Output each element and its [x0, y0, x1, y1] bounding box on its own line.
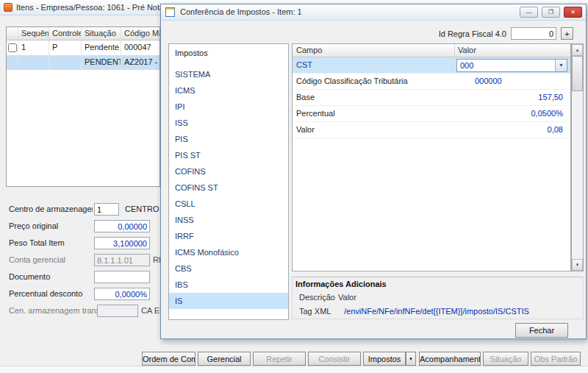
label-centro-armazenagem: Centro de armazenagem: [9, 203, 93, 216]
impostos-list: Impostos SISTEMA ICMS IPI ISS PIS PIS ST…: [168, 43, 289, 320]
label-conta-gerencial: Conta gerencial: [9, 254, 93, 266]
table-row-classificacao[interactable]: Código Classificação Tributária 000000: [293, 74, 570, 90]
informacoes-adicionais-group: Informações Adicionais Descrição Valor T…: [292, 277, 584, 319]
cell-sequencia: 1: [18, 40, 49, 55]
dialog-titlebar[interactable]: Conferência de Impostos - Item: 1 — ❐ ✕: [161, 4, 586, 21]
scrollbar-thumb[interactable]: [572, 56, 583, 91]
impostos-dropdown-icon[interactable]: ▼: [406, 352, 416, 366]
chevron-down-icon[interactable]: ▼: [555, 60, 567, 71]
gerencial-button[interactable]: Gerencial: [198, 352, 251, 366]
centro-armazenagem-field[interactable]: [94, 203, 119, 216]
minimize-icon[interactable]: —: [520, 7, 538, 18]
conferencia-impostos-dialog: Conferência de Impostos - Item: 1 — ❐ ✕ …: [160, 4, 587, 339]
table-row-valor[interactable]: Valor 0,08: [293, 122, 570, 138]
app-icon: [4, 3, 12, 12]
table-row[interactable]: 1 P Pendente 000047: [7, 40, 159, 55]
dialog-icon: [165, 7, 175, 17]
cell-situacao: PENDENTE: [82, 55, 121, 70]
list-item-cbs[interactable]: CBS: [169, 260, 288, 277]
tag-xml-label: Tag XML: [299, 307, 331, 316]
cst-dropdown[interactable]: 000 ▼: [456, 59, 567, 72]
label-percentual-desconto: Percentual desconto: [9, 288, 93, 300]
cell-situacao: Pendente: [82, 40, 121, 55]
grid-column-controle[interactable]: Controle: [49, 27, 82, 40]
peso-total-item-field[interactable]: [94, 237, 150, 249]
cell-codigo: 000047: [121, 40, 159, 55]
list-item-csll[interactable]: CSLL: [169, 196, 288, 212]
tag-xml-value: /enviNFe/NFe/infNFe/det[{ITEM}]/imposto/…: [344, 307, 529, 316]
conta-gerencial-desc: REC: [153, 254, 160, 266]
grid-column-sequencia[interactable]: Sequência: [18, 27, 49, 40]
scroll-down-icon[interactable]: ▼: [572, 259, 583, 271]
cell-controle: P: [49, 40, 82, 55]
table-scrollbar[interactable]: ▲ ▼: [571, 43, 584, 271]
cen-armazenagem-transf-desc: CA EMBRAN: [141, 305, 160, 317]
obs-padrao-button: Obs Padrão: [531, 352, 581, 366]
descricao-label: Descrição: [299, 293, 335, 302]
group-title: Informações Adicionais: [295, 280, 387, 288]
list-item-pis-st[interactable]: PIS ST: [169, 147, 288, 163]
descricao-value: Valor: [338, 293, 356, 302]
maximize-icon[interactable]: ❐: [542, 7, 560, 18]
table-row-selected[interactable]: PENDENTE AZ2017 - MATE: [7, 55, 159, 70]
add-regra-button[interactable]: +: [561, 27, 573, 40]
cell-sequencia: [18, 55, 49, 70]
grid-select-column-header[interactable]: [7, 27, 18, 40]
cell-controle: [49, 55, 82, 70]
id-regra-fiscal-field[interactable]: [511, 27, 556, 40]
list-item-is-selected[interactable]: IS: [169, 293, 288, 309]
preco-original-field[interactable]: [94, 220, 150, 232]
label-cen-armazenagem-transf: Cen. armazenagem transf: [9, 305, 97, 317]
label-preco-original: Preço original: [9, 220, 93, 232]
list-item-sistema[interactable]: SISTEMA: [169, 66, 288, 82]
grid-column-situacao[interactable]: Situação: [82, 27, 121, 40]
list-item-icms-monofasico[interactable]: ICMS Monofásico: [169, 244, 288, 260]
documento-field[interactable]: [94, 271, 150, 283]
table-row-percentual[interactable]: Percentual 0,0500%: [293, 106, 570, 122]
column-campo: Campo: [293, 44, 455, 57]
dialog-title: Conferência de Impostos - Item: 1: [180, 4, 302, 20]
list-item-iss[interactable]: ISS: [169, 115, 288, 131]
repetir-button: Repetir: [253, 352, 306, 366]
items-grid: Sequência Controle Situação Código Mater…: [6, 26, 160, 187]
table-row-cst[interactable]: CST 000 ▼: [293, 57, 570, 74]
fechar-button[interactable]: Fechar: [515, 323, 568, 338]
list-item-irrf[interactable]: IRRF: [169, 228, 288, 244]
list-item-cofins-st[interactable]: COFINS ST: [169, 180, 288, 196]
conta-gerencial-field: [94, 254, 150, 266]
desktop-screen: Itens - Empresa/Pessoa: 1061 - Pré Nota:…: [0, 0, 588, 373]
list-item-icms[interactable]: ICMS: [169, 82, 288, 99]
cell-codigo: AZ2017 - MATE: [121, 55, 159, 70]
percentual-desconto-field[interactable]: [94, 288, 150, 300]
campos-table: Campo Valor CST 000 ▼ Código Classificaç…: [292, 43, 571, 271]
scroll-up-icon[interactable]: ▲: [572, 44, 583, 56]
row-select-checkbox[interactable]: [8, 43, 17, 52]
list-item-inss[interactable]: INSS: [169, 212, 288, 228]
list-item-pis[interactable]: PIS: [169, 131, 288, 147]
impostos-button[interactable]: Impostos: [363, 352, 406, 366]
acompanhamento-button[interactable]: Acompanhamento: [419, 352, 481, 366]
campos-table-header: Campo Valor: [293, 44, 570, 57]
status-bar: [0, 366, 588, 373]
close-icon[interactable]: ✕: [564, 7, 582, 18]
label-peso-total: Peso Total Item: [9, 237, 93, 249]
id-regra-fiscal-label: Id Regra Fiscal 4.0: [404, 29, 506, 38]
label-documento: Documento: [9, 271, 93, 283]
items-grid-header: Sequência Controle Situação Código Mater…: [7, 27, 159, 40]
table-row-base[interactable]: Base 157,50: [293, 90, 570, 106]
ordem-de-compra-button[interactable]: Ordem de Compra: [142, 352, 196, 366]
consistir-button: Consistir: [308, 352, 361, 366]
list-item-ibs[interactable]: IBS: [169, 277, 288, 293]
cen-armazenagem-transf-field: [97, 305, 138, 317]
grid-column-codigo[interactable]: Código Materia: [121, 27, 159, 40]
column-valor: Valor: [455, 44, 570, 57]
impostos-list-header: Impostos: [175, 49, 208, 57]
list-item-ipi[interactable]: IPI: [169, 99, 288, 115]
situacao-button: Situação: [483, 352, 528, 366]
list-item-cofins[interactable]: COFINS: [169, 163, 288, 180]
